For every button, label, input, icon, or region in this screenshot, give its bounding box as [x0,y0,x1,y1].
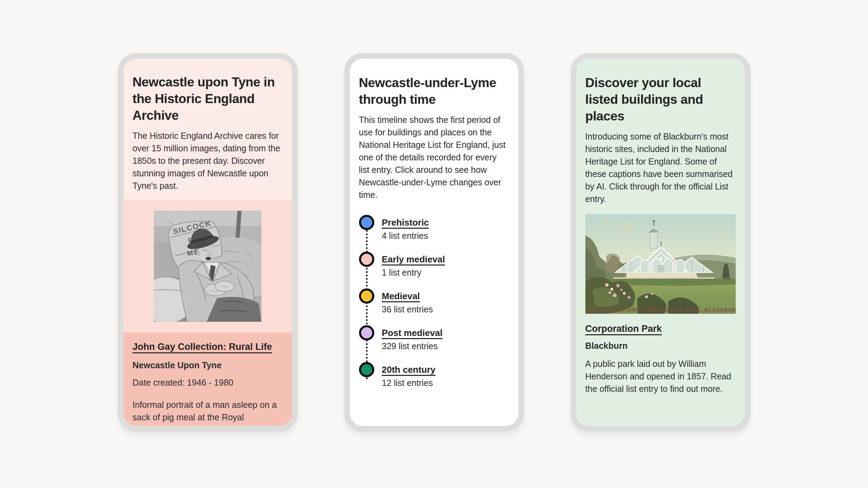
period-link[interactable]: Medieval [382,288,420,304]
timeline-description: This timeline shows the first period of … [359,113,509,201]
period-link[interactable]: Early medieval [382,252,445,267]
archive-card-screen: Newcastle upon Tyne in the Historic Engl… [124,59,292,426]
archive-card: Newcastle upon Tyne in the Historic Engl… [118,53,298,431]
period-marker-icon [359,252,374,267]
postcard-caption: THE CONSERVATORY CORPORATION PARK, BLACK… [585,307,736,313]
period-count: 1 list entry [382,267,445,278]
period-text: Early medieval 1 list entry [382,252,445,278]
period-link[interactable]: Post medieval [382,325,443,340]
period-text: Post medieval 329 list entries [382,325,443,352]
archive-collection-link[interactable]: John Gay Collection: Rural Life [133,340,272,353]
timeline-list: Prehistoric 4 list entries Early medieva… [359,215,509,388]
timeline-item-post-medieval: Post medieval 329 list entries [359,325,509,352]
listed-title: Discover your local listed buildings and… [585,75,736,125]
archive-card-header: Newcastle upon Tyne in the Historic Engl… [124,59,292,200]
period-count: 4 list entries [382,230,429,241]
period-marker-icon [359,288,374,304]
timeline-item-prehistoric: Prehistoric 4 list entries [359,215,509,241]
timeline-card-screen: Newcastle-under-Lyme through time This t… [350,59,518,426]
cards-row: Newcastle upon Tyne in the Historic Engl… [0,0,868,488]
timeline-item-medieval: Medieval 36 list entries [359,288,509,315]
corporation-park-postcard-image: THE CONSERVATORY CORPORATION PARK, BLACK… [585,214,736,314]
period-marker-icon [359,215,374,230]
listed-card-screen: Discover your local listed buildings and… [576,59,745,426]
timeline-item-20th-century: 20th century 12 list entries [359,362,509,388]
period-count: 329 list entries [382,340,443,352]
listed-caption: A public park laid out by William Hender… [585,357,736,395]
archive-description: The Historic England Archive cares for o… [133,129,283,192]
period-link[interactable]: 20th century [382,362,436,377]
archive-title: Newcastle upon Tyne in the Historic Engl… [133,74,283,124]
period-text: 20th century 12 list entries [382,362,436,388]
period-text: Prehistoric 4 list entries [382,215,429,241]
rural-life-photo: SILCOCK PIG MEAL [154,211,261,322]
archive-location: Newcastle Upon Tyne [133,360,283,371]
timeline-title: Newcastle-under-Lyme through time [359,75,501,108]
period-marker-icon [359,362,374,377]
period-count: 12 list entries [382,377,436,388]
archive-card-footer: John Gay Collection: Rural Life Newcastl… [124,333,292,426]
archive-photo-caption: Informal portrait of a man asleep on a s… [133,398,283,426]
listed-card: Discover your local listed buildings and… [571,53,750,431]
period-link[interactable]: Prehistoric [382,215,429,230]
listed-entry-link[interactable]: Corporation Park [585,322,662,335]
timeline-item-early-medieval: Early medieval 1 list entry [359,252,509,278]
listed-location: Blackburn [585,340,736,351]
period-count: 36 list entries [382,304,433,315]
timeline-card: Newcastle-under-Lyme through time This t… [344,53,524,431]
listed-description: Introducing some of Blackburn's most his… [585,130,736,205]
period-text: Medieval 36 list entries [382,288,433,315]
period-marker-icon [359,325,374,340]
archive-date-created: Date created: 1946 - 1980 [133,377,283,388]
postcard-image-wrap: THE CONSERVATORY CORPORATION PARK, BLACK… [585,214,736,314]
archive-photo-band: SILCOCK PIG MEAL [124,200,292,333]
